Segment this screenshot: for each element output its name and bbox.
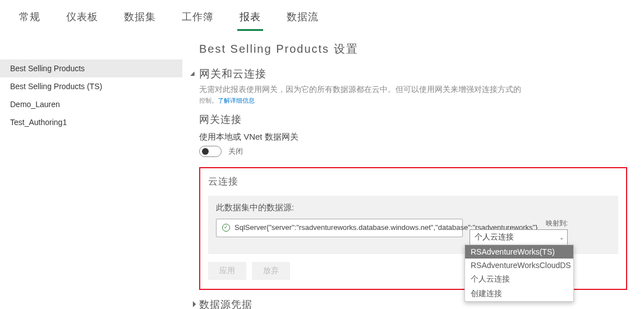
cloud-connection-highlight: 云连接 此数据集中的数据源: ✓ SqlServer{"server":"rsa… (199, 167, 627, 290)
dropdown-item-rsadventureworks-cloudds[interactable]: RSAdventureWorksCloudDS (465, 259, 573, 272)
gateway-toggle-state: 关闭 (228, 146, 243, 156)
dropdown-item-create-connection[interactable]: 创建连接 (465, 287, 573, 301)
gateway-toggle[interactable] (199, 146, 222, 157)
page-title: Best Selling Products 设置 (199, 41, 627, 57)
gateway-description: 无需对此报表使用网关，因为它的所有数据源都在云中。但可以使用网关来增强对连接方式… (199, 84, 627, 95)
collapse-caret-icon[interactable]: ◢ (188, 300, 196, 307)
gateway-description-cont: 控制。 (199, 97, 218, 104)
chevron-down-icon: ⌄ (559, 234, 564, 241)
tab-dataflows[interactable]: 数据流 (284, 7, 321, 31)
gateway-toggle-label: 使用本地或 VNet 数据网关 (199, 132, 627, 142)
datasource-panel-title: 此数据集中的数据源: (216, 202, 610, 213)
apply-button[interactable]: 应用 (208, 262, 246, 280)
datasource-panel: 此数据集中的数据源: ✓ SqlServer{"server":"rsadven… (208, 196, 618, 254)
gateway-connection-heading: 网关连接 (199, 113, 627, 126)
cloud-connection-heading: 云连接 (208, 175, 618, 188)
tab-reports[interactable]: 报表 (237, 7, 263, 31)
tab-datasets[interactable]: 数据集 (122, 7, 158, 31)
dropdown-item-personal-cloud[interactable]: 个人云连接 (465, 272, 573, 287)
map-to-select[interactable]: 个人云连接 ⌄ RSAdventureWorks(TS) RSAdventure… (470, 229, 568, 245)
discard-button[interactable]: 放弃 (252, 262, 290, 280)
sidebar-item-best-selling-products-ts[interactable]: Best Selling Products (TS) (0, 77, 182, 95)
map-to-selected-value: 个人云连接 (475, 232, 514, 241)
status-ok-icon: ✓ (222, 224, 230, 232)
tab-workbooks[interactable]: 工作簿 (180, 7, 216, 31)
sidebar-item-test-authoring1[interactable]: Test_Authoring1 (0, 113, 182, 131)
learn-more-link[interactable]: 了解详细信息 (218, 97, 255, 104)
sidebar: Best Selling Products Best Selling Produ… (0, 31, 182, 309)
dropdown-item-rsadventureworks-ts[interactable]: RSAdventureWorks(TS) (465, 245, 573, 259)
map-to-label: 映射到: (470, 219, 568, 228)
datasource-box: ✓ SqlServer{"server":"rsadventureworks.d… (216, 219, 463, 237)
top-tabs: 常规 仪表板 数据集 工作簿 报表 数据流 (0, 0, 644, 31)
gateway-section-heading: 网关和云连接 (199, 67, 627, 81)
sidebar-item-demo-lauren[interactable]: Demo_Lauren (0, 95, 182, 113)
tab-dashboards[interactable]: 仪表板 (64, 7, 100, 31)
toggle-knob-icon (202, 148, 209, 155)
collapse-caret-icon[interactable]: ◢ (190, 70, 195, 76)
tab-general[interactable]: 常规 (17, 7, 43, 31)
map-to-dropdown: RSAdventureWorks(TS) RSAdventureWorksClo… (464, 245, 574, 302)
sidebar-item-best-selling-products[interactable]: Best Selling Products (0, 59, 182, 77)
main-panel: Best Selling Products 设置 ◢ 网关和云连接 无需对此报表… (182, 31, 644, 309)
